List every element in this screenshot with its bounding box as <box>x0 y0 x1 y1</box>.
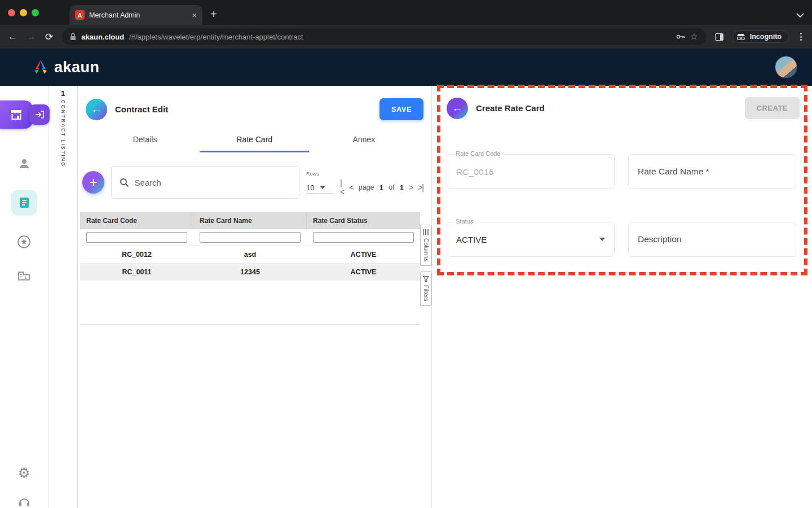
zoom-window-button[interactable] <box>32 9 39 16</box>
back-arrow-icon[interactable]: ← <box>447 98 468 119</box>
rail-item-contract-listing[interactable] <box>11 190 37 216</box>
cell-rate-card-status: ACTIVE <box>307 268 420 276</box>
url-host: akaun.cloud <box>81 33 124 41</box>
total-pages: 1 <box>399 183 404 192</box>
last-page-icon[interactable]: >| <box>418 183 423 192</box>
forward-icon[interactable]: → <box>27 31 36 42</box>
description-input[interactable] <box>638 234 787 244</box>
kebab-menu-icon[interactable] <box>798 33 804 41</box>
rate-card-name-field[interactable] <box>628 154 796 189</box>
rail-item-profile[interactable] <box>17 157 31 170</box>
status-label: Status <box>453 218 476 225</box>
merchant-applet-pill[interactable] <box>0 100 50 129</box>
filter-input-rate-card-name[interactable] <box>200 232 301 243</box>
merchant-store-icon[interactable] <box>0 100 33 129</box>
cell-rate-card-name: asd <box>193 251 307 259</box>
close-window-button[interactable] <box>8 9 15 16</box>
table-empty-area <box>80 281 420 325</box>
app-header: akaun <box>0 49 812 86</box>
bookmark-star-icon[interactable]: ☆ <box>690 32 698 42</box>
rail-item-settings[interactable]: ⚙ <box>18 466 30 480</box>
columns-button[interactable]: Columns <box>420 225 432 266</box>
add-rate-card-button[interactable]: + <box>82 171 104 194</box>
back-icon[interactable]: ← <box>8 31 17 42</box>
rows-per-page: Rows 10 <box>306 171 333 194</box>
contract-listing-icon <box>17 196 31 209</box>
status-value: ACTIVE <box>456 235 487 244</box>
address-bar[interactable]: akaun.cloud /#/applets/wavelet/erp/entit… <box>62 28 706 45</box>
brand-name: akaun <box>54 59 100 76</box>
contract-tabs: Details Rate Card Annex <box>78 129 431 152</box>
chevron-down-icon[interactable] <box>796 13 804 18</box>
status-field[interactable]: Status ACTIVE <box>447 222 615 257</box>
column-header[interactable]: Rate Card Status <box>307 212 420 229</box>
rate-card-table-zone: Rate Card Code Rate Card Name Rate Card … <box>78 212 431 325</box>
filter-input-rate-card-code[interactable] <box>86 232 187 243</box>
create-button[interactable]: CREATE <box>745 97 800 119</box>
rate-card-table: Rate Card Code Rate Card Name Rate Card … <box>80 212 420 325</box>
search-box[interactable] <box>111 166 299 199</box>
next-page-icon[interactable]: > <box>409 183 413 192</box>
incognito-icon <box>736 33 746 41</box>
enter-arrow-icon[interactable] <box>29 104 50 125</box>
side-panel-icon[interactable] <box>715 33 723 41</box>
save-button[interactable]: SAVE <box>379 98 423 120</box>
filters-button[interactable]: Filters <box>420 271 432 306</box>
rate-card-code-field[interactable]: Rate Card Code RC_0016 <box>447 154 615 189</box>
dropdown-caret-icon <box>599 238 605 241</box>
first-page-icon[interactable]: |< <box>340 178 345 196</box>
table-side-controls: Columns Filters <box>420 212 432 325</box>
cell-rate-card-status: ACTIVE <box>307 251 420 259</box>
reload-icon[interactable]: ⟳ <box>45 31 53 43</box>
context-strip: 1 CONTRACT LISTING <box>48 86 78 508</box>
create-rate-card-header: ← Create Rate Card CREATE <box>447 97 800 119</box>
pagination: |< < page 1 of 1 > >| <box>340 178 423 196</box>
column-header[interactable]: Rate Card Name <box>193 212 307 229</box>
tab-annex[interactable]: Annex <box>309 129 418 152</box>
prev-page-icon[interactable]: < <box>350 183 354 192</box>
lock-icon <box>70 33 76 41</box>
profile-icon <box>17 157 31 170</box>
rail-item-favourites[interactable] <box>17 235 31 249</box>
rows-value: 10 <box>306 183 314 192</box>
main-content: ⚙ 1 CONTRACT LISTING ← Contract Edit SAV… <box>0 86 812 508</box>
filter-input-rate-card-status[interactable] <box>313 232 414 243</box>
filters-label: Filters <box>423 285 430 301</box>
of-word: of <box>389 183 394 191</box>
tab-details[interactable]: Details <box>90 129 200 152</box>
tab-favicon: A <box>75 10 85 20</box>
back-arrow-icon[interactable]: ← <box>86 99 107 120</box>
columns-icon <box>423 229 429 235</box>
search-input[interactable] <box>134 178 291 187</box>
table-row[interactable]: RC_0011 12345 ACTIVE <box>80 263 420 281</box>
user-avatar[interactable] <box>775 56 797 78</box>
rail-item-organisation[interactable] <box>17 268 31 282</box>
tab-rate-card[interactable]: Rate Card <box>200 129 309 152</box>
rail-item-support[interactable] <box>17 496 31 508</box>
browser-tab[interactable]: A Merchant Admin × <box>69 5 202 25</box>
rate-card-name-input[interactable] <box>638 167 787 177</box>
table-header-row: Rate Card Code Rate Card Name Rate Card … <box>80 212 420 229</box>
page-word: page <box>359 183 374 191</box>
incognito-label: Incognito <box>750 33 782 41</box>
new-tab-icon[interactable]: + <box>210 8 217 21</box>
column-header[interactable]: Rate Card Code <box>80 212 193 229</box>
key-icon[interactable] <box>676 33 685 40</box>
contract-edit-header: ← Contract Edit SAVE <box>78 94 431 120</box>
description-field[interactable] <box>628 222 796 257</box>
rows-select[interactable]: 10 <box>306 181 333 194</box>
table-row[interactable]: RC_0012 asd ACTIVE <box>80 246 420 263</box>
minimize-window-button[interactable] <box>20 9 27 16</box>
tab-close-icon[interactable]: × <box>192 10 197 20</box>
dropdown-caret-icon <box>320 186 325 189</box>
rail-bottom-group: ⚙ <box>17 466 31 508</box>
page-title: Create Rate Card <box>476 103 545 113</box>
window-controls[interactable] <box>8 0 39 25</box>
search-row: + Rows 10 |< < page <box>78 166 431 199</box>
organisation-icon <box>17 268 31 282</box>
cell-rate-card-name: 12345 <box>193 268 307 276</box>
page: A Merchant Admin × + ← → ⟳ akaun.cloud /… <box>0 0 812 508</box>
table-filter-row <box>80 229 420 246</box>
create-rate-card-form: Rate Card Code RC_0016 Status ACTIVE <box>447 154 800 257</box>
rate-card-code-label: Rate Card Code <box>453 150 504 157</box>
